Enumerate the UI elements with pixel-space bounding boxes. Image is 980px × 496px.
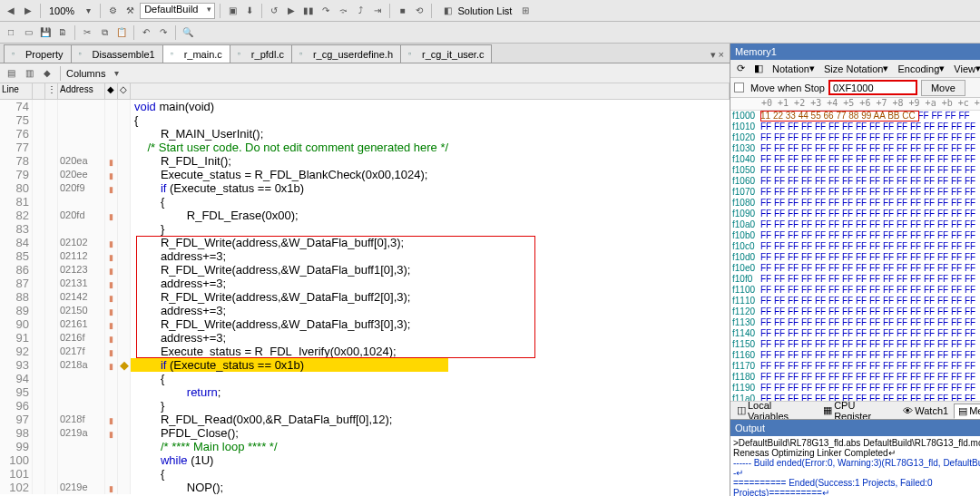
break-icon[interactable]: ▮▮ (301, 4, 316, 18)
code-line[interactable]: 82020fd▮ R_FDL_Erase(0x00); (0, 209, 448, 222)
solution-list-button[interactable]: ◧ Solution List (436, 4, 515, 18)
code-line[interactable]: 99 /* **** Main loop **** */ (0, 440, 448, 453)
zoom-level[interactable]: 100% (45, 5, 78, 16)
code-line[interactable]: 83 } (0, 222, 448, 236)
rebuild-icon[interactable]: ⚒ (122, 4, 137, 18)
memory-row[interactable]: f11a0FF FF FF FF FF FF FF FF FF FF FF FF… (730, 394, 980, 401)
stepover-icon[interactable]: ⤼ (336, 4, 350, 18)
code-line[interactable]: 78020ea▮ R_FDL_Init(); (0, 154, 448, 168)
tab-r-pfdl-c[interactable]: ▫r_pfdl.c (230, 44, 292, 63)
panel-icon[interactable]: ⊞ (518, 4, 533, 18)
code-line[interactable]: 920217f▮ Execute_status = R_FDL_Iverify(… (0, 345, 448, 358)
memory-row[interactable]: f10c0FF FF FF FF FF FF FF FF FF FF FF FF… (730, 241, 980, 252)
toggle3-icon[interactable]: ◆ (40, 66, 54, 81)
code-line[interactable]: 94 { (0, 372, 448, 385)
code-line[interactable]: 76 R_MAIN_UserInit(); (0, 127, 448, 141)
memory-row[interactable]: f1100FF FF FF FF FF FF FF FF FF FF FF FF… (730, 285, 980, 296)
code-line[interactable]: 980219a▮ PFDL_Close(); (0, 426, 448, 440)
memory-row[interactable]: f1160FF FF FF FF FF FF FF FF FF FF FF FF… (730, 350, 980, 361)
cut-icon[interactable]: ✂ (80, 25, 94, 40)
size-dropdown[interactable]: Size Notation▾ (820, 61, 892, 76)
run-to-icon[interactable]: ⇥ (370, 4, 385, 18)
memory-row[interactable]: f1050FF FF FF FF FF FF FF FF FF FF FF FF… (730, 165, 980, 176)
paste-icon[interactable]: 📋 (114, 25, 129, 40)
nav-back-icon[interactable]: ◀ (4, 4, 18, 18)
copy-icon[interactable]: ⧉ (97, 25, 112, 40)
download-icon[interactable]: ⬇ (242, 4, 257, 18)
code-editor[interactable]: 74void main(void)75{76 R_MAIN_UserInit()… (0, 100, 448, 496)
memory-row[interactable]: f10f0FF FF FF FF FF FF FF FF FF FF FF FF… (730, 274, 980, 285)
code-line[interactable]: 8902150▮ address+=3; (0, 304, 448, 317)
code-line[interactable]: 80020f9▮ if (Execute_status == 0x1b) (0, 181, 448, 195)
refresh-icon[interactable]: ⟳ (733, 61, 749, 76)
tab-disassemble1[interactable]: ▫Disassemble1 (71, 44, 163, 63)
toggle1-icon[interactable]: ▤ (4, 66, 18, 81)
code-line[interactable]: 96 } (0, 399, 448, 413)
new-icon[interactable]: □ (4, 25, 18, 40)
memory-row[interactable]: f1140FF FF FF FF FF FF FF FF FF FF FF FF… (730, 328, 980, 339)
memory-grid[interactable]: f100011 22 33 44 55 66 77 88 99 AA BB CC… (730, 111, 980, 401)
view-dropdown[interactable]: View▾ (950, 61, 980, 76)
code-line[interactable]: 910216f▮ address+=3; (0, 331, 448, 345)
tab-close-icon[interactable]: ▾ × (705, 47, 730, 63)
stepout-icon[interactable]: ⤴ (353, 4, 368, 18)
memory-row[interactable]: f1070FF FF FF FF FF FF FF FF FF FF FF FF… (730, 187, 980, 198)
memory-row[interactable]: f1180FF FF FF FF FF FF FF FF FF FF FF FF… (730, 372, 980, 383)
code-line[interactable]: 8702131▮ address+=3; (0, 277, 448, 290)
memory-row[interactable]: f1090FF FF FF FF FF FF FF FF FF FF FF FF… (730, 209, 980, 219)
memory-row[interactable]: f1150FF FF FF FF FF FF FF FF FF FF FF FF… (730, 339, 980, 350)
code-line[interactable]: 95 return; (0, 385, 448, 399)
code-line[interactable]: 8602123▮ R_FDL_Write(address,&W_DataFla_… (0, 263, 448, 277)
columns-dropdown[interactable]: Columns (66, 68, 105, 79)
code-line[interactable]: 930218a▮◆ if (Execute_status == 0x1b) (0, 358, 448, 372)
output-text[interactable]: >DefaultBuild\RL78G13_fld.abs DefaultBui… (730, 436, 980, 496)
code-line[interactable]: 9002161▮ R_FDL_Write(address,&W_DataFla_… (0, 317, 448, 331)
memory-row[interactable]: f1030FF FF FF FF FF FF FF FF FF FF FF FF… (730, 143, 980, 154)
restart-icon[interactable]: ⟲ (412, 4, 426, 18)
undo-icon[interactable]: ↶ (139, 25, 153, 40)
memory-row[interactable]: f10a0FF FF FF FF FF FF FF FF FF FF FF FF… (730, 219, 980, 230)
code-line[interactable]: 970218f▮ R_FDL_Read(0x00,&R_DataFla_buff… (0, 413, 448, 426)
memory-row[interactable]: f1120FF FF FF FF FF FF FF FF FF FF FF FF… (730, 306, 980, 317)
memory-row[interactable]: f1010FF FF FF FF FF FF FF FF FF FF FF FF… (730, 122, 980, 132)
memory-row[interactable]: f1190FF FF FF FF FF FF FF FF FF FF FF FF… (730, 383, 980, 394)
memory-row[interactable]: f10b0FF FF FF FF FF FF FF FF FF FF FF FF… (730, 230, 980, 241)
tab-memory1[interactable]: ▤ Memory1 (954, 404, 980, 419)
chevron-down-icon[interactable]: ▾ (109, 66, 123, 81)
memory-row[interactable]: f1080FF FF FF FF FF FF FF FF FF FF FF FF… (730, 198, 980, 209)
tab-r-main-c[interactable]: ▫r_main.c (162, 44, 230, 63)
code-line[interactable]: 75{ (0, 113, 448, 127)
code-line[interactable]: 8402102▮ R_FDL_Write(address,&W_DataFla_… (0, 236, 448, 249)
reset-icon[interactable]: ↺ (267, 4, 281, 18)
build-config-combo[interactable]: DefaultBuild (140, 3, 215, 19)
code-line[interactable]: 100 while (1U) (0, 453, 448, 467)
saveall-icon[interactable]: 🗎 (55, 25, 70, 40)
memory-row[interactable]: f1110FF FF FF FF FF FF FF FF FF FF FF FF… (730, 296, 980, 306)
move-when-stop-checkbox[interactable] (734, 83, 744, 92)
stop-icon[interactable]: ■ (395, 4, 409, 18)
tab-property[interactable]: ▫Property (4, 44, 72, 63)
step-icon[interactable]: ↷ (318, 4, 333, 18)
go-icon[interactable]: ▶ (284, 4, 299, 18)
nav-fwd-icon[interactable]: ▶ (21, 4, 35, 18)
memory-address-input[interactable] (828, 80, 917, 95)
code-line[interactable]: 8502112▮ address+=3; (0, 249, 448, 263)
save-icon[interactable]: 💾 (38, 25, 53, 40)
tab-watch1[interactable]: 👁 Watch1 (899, 404, 952, 417)
find-icon[interactable]: 🔍 (181, 25, 195, 40)
tab-r-cg-userdefine-h[interactable]: ▫r_cg_userdefine.h (291, 44, 401, 63)
code-line[interactable]: 74void main(void) (0, 100, 448, 113)
tool-icon[interactable]: ◧ (750, 61, 767, 76)
code-line[interactable]: 8802142▮ R_FDL_Write(address,&W_DataFla_… (0, 290, 448, 304)
chevron-down-icon[interactable]: ▾ (81, 4, 95, 18)
memory-row[interactable]: f1020FF FF FF FF FF FF FF FF FF FF FF FF… (730, 132, 980, 143)
memory-row[interactable]: f1060FF FF FF FF FF FF FF FF FF FF FF FF… (730, 176, 980, 187)
code-line[interactable]: 1020219e▮ NOP(); (0, 481, 448, 494)
open-icon[interactable]: ▭ (21, 25, 35, 40)
redo-icon[interactable]: ↷ (156, 25, 171, 40)
memory-row[interactable]: f1170FF FF FF FF FF FF FF FF FF FF FF FF… (730, 361, 980, 372)
code-line[interactable]: 77 /* Start user code. Do not edit comme… (0, 141, 448, 154)
memory-row[interactable]: f1130FF FF FF FF FF FF FF FF FF FF FF FF… (730, 317, 980, 328)
memory-row[interactable]: f100011 22 33 44 55 66 77 88 99 AA BB CC… (730, 111, 980, 122)
encoding-dropdown[interactable]: Encoding▾ (894, 61, 948, 76)
